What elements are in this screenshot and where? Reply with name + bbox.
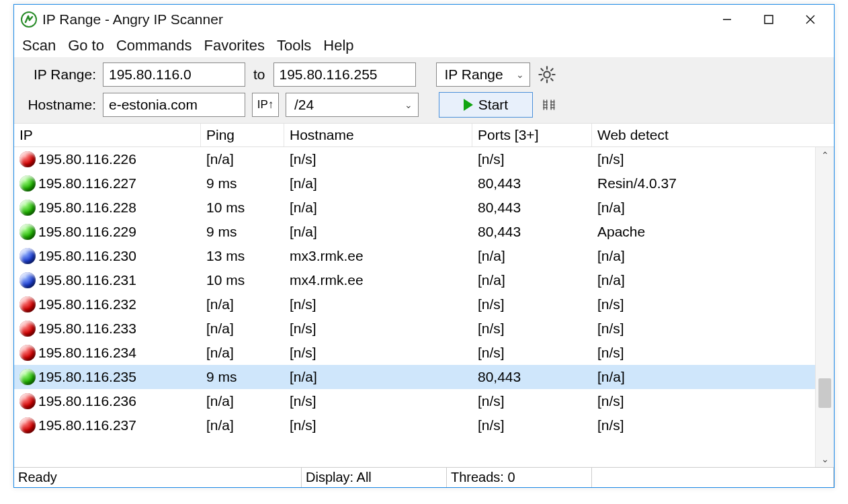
svg-rect-2 — [765, 15, 773, 24]
netmask-select[interactable]: /24 ⌄ — [286, 93, 419, 117]
table-row[interactable]: 195.80.116.236[n/a][n/s][n/s][n/s] — [14, 389, 834, 413]
chevron-down-icon: ⌄ — [516, 69, 524, 80]
cell-webdetect: Resin/4.0.37 — [592, 175, 815, 192]
cell-ports: [n/s] — [472, 393, 592, 409]
scroll-track[interactable] — [816, 163, 834, 451]
status-icon — [19, 417, 36, 433]
table-row[interactable]: 195.80.116.22810 ms[n/a]80,443[n/a] — [14, 196, 834, 220]
cell-ports: [n/s] — [472, 151, 592, 167]
table-row[interactable]: 195.80.116.233[n/a][n/s][n/s][n/s] — [14, 317, 834, 341]
cell-ping: [n/a] — [201, 151, 284, 167]
menu-goto[interactable]: Go to — [67, 36, 105, 56]
maximize-button[interactable] — [748, 5, 790, 34]
status-icon — [19, 369, 36, 385]
status-icon — [19, 175, 36, 192]
cell-ports: [n/s] — [472, 345, 592, 361]
svg-point-5 — [544, 71, 550, 77]
fetchers-button[interactable] — [540, 95, 560, 115]
table-row[interactable]: 195.80.116.232[n/a][n/s][n/s][n/s] — [14, 292, 834, 317]
status-icon — [19, 272, 36, 288]
column-hostname[interactable]: Hostname — [284, 124, 472, 146]
cell-ip: 195.80.116.235 — [38, 369, 136, 385]
menu-favorites[interactable]: Favorites — [202, 36, 265, 56]
ip-range-start-input[interactable] — [103, 62, 245, 87]
status-icon — [19, 151, 36, 167]
column-webdetect[interactable]: Web detect — [592, 127, 814, 143]
table-row[interactable]: 195.80.116.226[n/a][n/s][n/s][n/s] — [14, 147, 834, 171]
menu-bar: Scan Go to Commands Favorites Tools Help — [14, 34, 834, 57]
cell-hostname: [n/s] — [284, 417, 472, 433]
cell-webdetect: [n/s] — [592, 321, 815, 337]
play-icon — [464, 99, 473, 111]
column-ports[interactable]: Ports [3+] — [472, 124, 592, 146]
cell-ping: 13 ms — [201, 248, 284, 264]
status-empty — [592, 468, 834, 487]
status-ready: Ready — [14, 468, 302, 487]
scroll-up-arrow[interactable]: ⌃ — [816, 147, 834, 163]
menu-scan[interactable]: Scan — [21, 36, 57, 56]
vertical-scrollbar[interactable]: ⌃ ⌄ — [815, 147, 834, 467]
cell-hostname: mx4.rmk.ee — [284, 272, 472, 288]
cell-ping: [n/a] — [201, 417, 284, 433]
table-row[interactable]: 195.80.116.2279 ms[n/a]80,443Resin/4.0.3… — [14, 171, 834, 196]
column-ip[interactable]: IP — [14, 124, 201, 146]
cell-ip: 195.80.116.227 — [38, 175, 136, 192]
cell-ip: 195.80.116.237 — [38, 417, 136, 433]
scroll-down-arrow[interactable]: ⌄ — [816, 451, 834, 467]
close-button[interactable] — [790, 5, 831, 34]
scroll-thumb[interactable] — [818, 378, 831, 408]
cell-hostname: [n/s] — [284, 151, 472, 167]
cell-ping: [n/a] — [201, 345, 284, 361]
cell-hostname: [n/a] — [284, 369, 472, 385]
cell-ports: 80,443 — [472, 175, 592, 192]
cell-hostname: [n/a] — [284, 175, 472, 192]
menu-help[interactable]: Help — [322, 36, 355, 56]
status-icon — [19, 296, 36, 312]
cell-webdetect: [n/s] — [592, 296, 815, 312]
cell-webdetect: [n/s] — [592, 345, 815, 361]
cell-hostname: [n/a] — [284, 224, 472, 240]
table-row[interactable]: 195.80.116.23013 msmx3.rmk.ee[n/a][n/a] — [14, 244, 834, 268]
cell-ip: 195.80.116.231 — [38, 272, 136, 288]
feeder-type-select[interactable]: IP Range ⌄ — [436, 62, 530, 87]
ip-range-end-input[interactable] — [273, 62, 416, 87]
cell-ip: 195.80.116.232 — [38, 296, 136, 312]
cell-ip: 195.80.116.233 — [38, 321, 136, 337]
window-controls — [706, 5, 831, 34]
app-icon — [21, 11, 37, 28]
status-icon — [19, 321, 36, 337]
ip-up-button[interactable]: IP↑ — [252, 93, 279, 117]
cell-webdetect: [n/s] — [592, 417, 815, 433]
table-row[interactable]: 195.80.116.23110 msmx4.rmk.ee[n/a][n/a] — [14, 268, 834, 292]
column-ping[interactable]: Ping — [201, 124, 284, 146]
table-row[interactable]: 195.80.116.2299 ms[n/a]80,443Apache — [14, 220, 834, 244]
cell-ports: [n/s] — [472, 296, 592, 312]
cell-ping: 10 ms — [201, 200, 284, 216]
table-row[interactable]: 195.80.116.237[n/a][n/s][n/s][n/s] — [14, 413, 834, 437]
status-icon — [19, 224, 36, 240]
chevron-down-icon: ⌄ — [405, 99, 413, 110]
cell-webdetect: Apache — [592, 224, 815, 240]
menu-commands[interactable]: Commands — [115, 36, 193, 56]
hostname-input[interactable] — [103, 93, 245, 117]
cell-hostname: [n/s] — [284, 345, 472, 361]
toolbar: IP Range: to IP Range ⌄ — [14, 57, 834, 123]
table-row[interactable]: 195.80.116.234[n/a][n/s][n/s][n/s] — [14, 341, 834, 365]
preferences-button[interactable] — [537, 65, 557, 85]
cell-webdetect: [n/a] — [592, 248, 815, 264]
cell-ip: 195.80.116.236 — [38, 393, 136, 409]
cell-ip: 195.80.116.226 — [38, 151, 136, 167]
cell-webdetect: [n/s] — [592, 151, 815, 167]
cell-hostname: mx3.rmk.ee — [284, 248, 472, 264]
minimize-button[interactable] — [706, 5, 748, 34]
cell-ip: 195.80.116.230 — [38, 248, 136, 264]
cell-ping: [n/a] — [201, 393, 284, 409]
cell-ports: [n/a] — [472, 272, 592, 288]
svg-line-11 — [551, 79, 553, 81]
status-threads: Threads: 0 — [447, 468, 592, 487]
results-column-header: IP Ping Hostname Ports [3+] Web detect — [14, 123, 834, 147]
menu-tools[interactable]: Tools — [275, 36, 312, 56]
cell-ports: [n/s] — [472, 321, 592, 337]
start-button[interactable]: Start — [439, 92, 533, 118]
table-row[interactable]: 195.80.116.2359 ms[n/a]80,443[n/a] — [14, 365, 834, 389]
